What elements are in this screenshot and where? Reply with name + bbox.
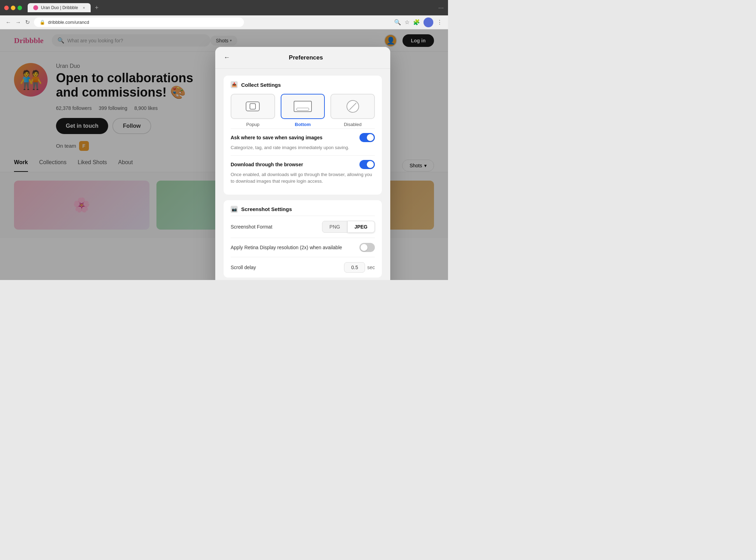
bookmark-icon[interactable]: ☆ [405, 19, 410, 26]
modal-body: 📥 Collect Settings Popup [215, 69, 390, 280]
ask-where-label: Ask where to save when saving images [231, 135, 322, 140]
collect-settings-section: 📥 Collect Settings Popup [224, 76, 382, 195]
bottom-label: Bottom [295, 122, 311, 127]
scroll-input-group: sec [344, 262, 375, 273]
download-desc: Once enabled, all downloads will go thro… [231, 171, 375, 185]
popup-label: Popup [246, 122, 260, 127]
download-label: Download through the browser [231, 162, 303, 167]
tabs-overflow-button[interactable]: ⋯ [438, 5, 444, 11]
format-buttons: PNG JPEG [322, 221, 375, 233]
modal-title: Preferences [230, 54, 382, 61]
scroll-delay-row: Scroll delay sec [231, 257, 375, 278]
traffic-lights [4, 6, 22, 10]
scroll-delay-input[interactable] [344, 262, 365, 273]
browser-profile-icon[interactable] [424, 18, 433, 27]
bottom-bar [296, 108, 309, 111]
screenshot-settings-section: 📷 Screenshot Settings Screenshot Format … [224, 200, 382, 278]
ask-where-row: Ask where to save when saving images Cat… [231, 128, 375, 155]
address-input[interactable]: 🔒 dribbble.com/urancd [34, 18, 244, 27]
traffic-light-yellow[interactable] [11, 6, 15, 10]
tab-favicon [33, 5, 38, 10]
active-tab[interactable]: Uran Duo | Dribbble × [28, 3, 91, 12]
ask-where-toggle[interactable] [359, 133, 375, 142]
download-row: Download through the browser Once enable… [231, 155, 375, 189]
disabled-line [349, 103, 356, 110]
traffic-light-green[interactable] [18, 6, 22, 10]
screenshot-title: Screenshot Settings [241, 206, 292, 212]
new-tab-button[interactable]: + [95, 4, 99, 12]
format-png-button[interactable]: PNG [322, 221, 347, 233]
address-text: dribbble.com/urancd [48, 20, 89, 25]
popup-preview[interactable] [231, 94, 275, 119]
tab-bar: Uran Duo | Dribbble × + ⋯ [28, 3, 444, 12]
bottom-preview[interactable] [281, 94, 325, 119]
disabled-icon [346, 100, 359, 113]
ask-where-header: Ask where to save when saving images [231, 133, 375, 142]
extensions-icon[interactable]: 🧩 [413, 19, 420, 26]
address-bar: ← → ↻ 🔒 dribbble.com/urancd 🔍 ☆ 🧩 ⋮ [0, 15, 448, 29]
popup-icon [246, 102, 260, 111]
download-toggle[interactable] [359, 160, 375, 169]
screenshot-icon: 📷 [231, 206, 238, 213]
style-option-popup[interactable]: Popup [231, 94, 275, 127]
scroll-delay-label: Scroll delay [231, 265, 256, 270]
tab-title: Uran Duo | Dribbble [41, 5, 78, 10]
format-label: Screenshot Format [231, 224, 272, 230]
disabled-preview[interactable] [330, 94, 375, 119]
collect-settings-header: 📥 Collect Settings [231, 81, 375, 88]
toolbar-icons: 🔍 ☆ 🧩 ⋮ [394, 18, 442, 27]
forward-button[interactable]: → [15, 19, 21, 26]
bottom-icon [294, 101, 312, 112]
retina-label: Apply Retina Display resolution (2x) whe… [231, 245, 342, 250]
popup-inner [250, 103, 256, 110]
back-button[interactable]: ← [6, 19, 11, 26]
disabled-label: Disabled [344, 122, 362, 127]
style-option-disabled[interactable]: Disabled [330, 94, 375, 127]
modal-header: ← Preferences [215, 47, 390, 69]
reload-button[interactable]: ↻ [25, 19, 30, 26]
modal-back-button[interactable]: ← [224, 54, 230, 61]
collect-settings-title: Collect Settings [241, 82, 281, 88]
collect-settings-icon: 📥 [231, 81, 238, 88]
preferences-modal: ← Preferences 📥 Collect Settings [215, 47, 390, 280]
download-header: Download through the browser [231, 160, 375, 169]
retina-row: Apply Retina Display resolution (2x) whe… [231, 238, 375, 257]
ask-where-desc: Categorize, tag, and rate images immedia… [231, 144, 375, 151]
format-jpeg-button[interactable]: JPEG [348, 221, 375, 233]
page-content: Dribbble 🔍 What are you looking for? Sho… [0, 29, 448, 280]
collect-style-options: Popup Bottom [231, 94, 375, 127]
screenshot-header: 📷 Screenshot Settings [231, 200, 375, 216]
scroll-unit: sec [367, 265, 375, 270]
tab-close-button[interactable]: × [83, 6, 85, 10]
format-row: Screenshot Format PNG JPEG [231, 216, 375, 238]
browser-menu-button[interactable]: ⋮ [437, 19, 442, 26]
search-icon[interactable]: 🔍 [394, 19, 401, 26]
retina-toggle[interactable] [359, 243, 375, 252]
style-option-bottom[interactable]: Bottom [281, 94, 325, 127]
traffic-light-red[interactable] [4, 6, 9, 10]
browser-chrome: Uran Duo | Dribbble × + ⋯ [0, 0, 448, 15]
